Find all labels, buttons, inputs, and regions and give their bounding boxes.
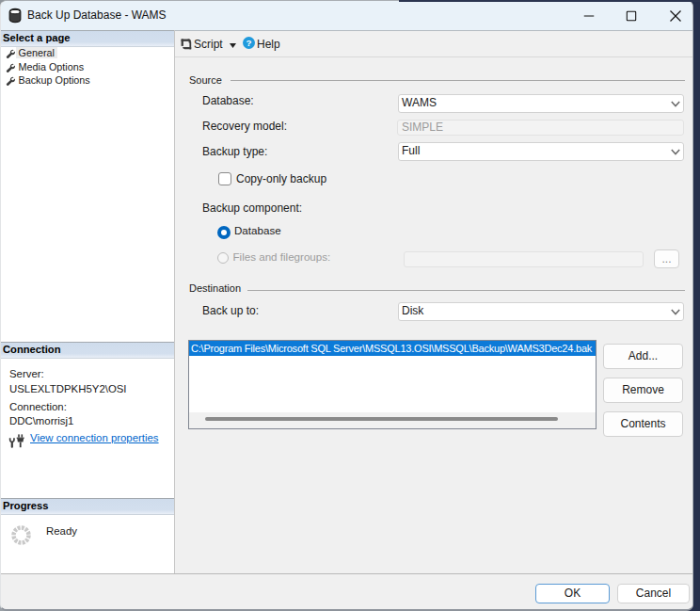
svg-text:?: ? <box>247 38 252 48</box>
